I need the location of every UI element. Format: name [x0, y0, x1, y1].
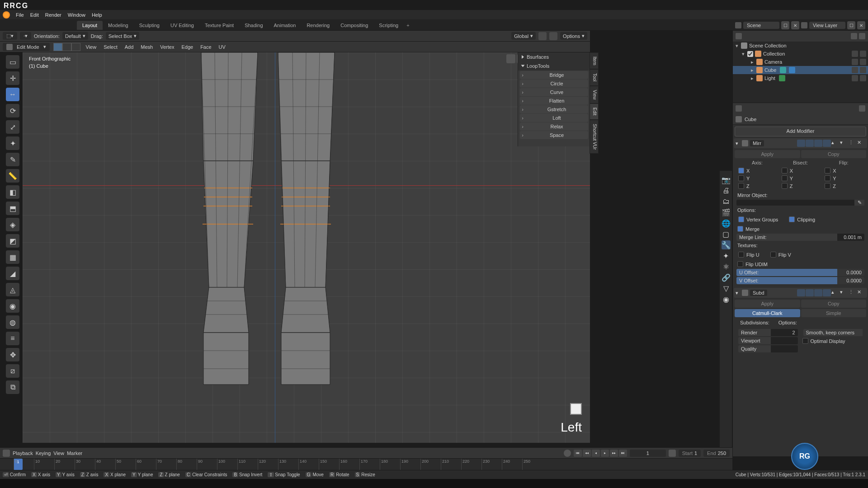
bevel-tool-icon[interactable]: ◩	[6, 234, 19, 248]
add-workspace-icon[interactable]: +	[404, 23, 412, 28]
outliner-cube[interactable]: ▸Cube	[733, 66, 868, 74]
bisect-y-check[interactable]	[782, 175, 788, 181]
looptools-loft[interactable]: ›Loft	[520, 114, 588, 122]
looptools-relax[interactable]: ›Relax	[520, 122, 588, 131]
scene-del-icon[interactable]: ✕	[791, 21, 799, 29]
add-modifier-button[interactable]: Add Modifier	[735, 127, 866, 136]
keyframe-next-icon[interactable]: ▸▸	[610, 450, 618, 457]
annotate-tool-icon[interactable]: ✎	[6, 153, 19, 166]
scene-name-field[interactable]: Scene	[743, 22, 779, 29]
clock-icon[interactable]	[669, 450, 676, 457]
bisect-x-check[interactable]	[782, 168, 788, 174]
subd-realtime-toggle-icon[interactable]	[814, 289, 822, 296]
merge-check[interactable]	[737, 226, 743, 232]
ptab-scene-icon[interactable]: 🎬	[722, 208, 731, 217]
mod-edit-toggle-icon[interactable]	[806, 140, 814, 147]
viewlayer-icon[interactable]	[801, 22, 807, 28]
ntab-view[interactable]: View	[590, 86, 599, 104]
ntab-item[interactable]: Item	[590, 52, 599, 69]
ptab-mesh-icon[interactable]: ▽	[722, 284, 731, 293]
viewport-level-field[interactable]	[771, 337, 798, 344]
outliner-camera[interactable]: ▸Camera	[733, 58, 868, 66]
modifier-name-field[interactable]: Mirr	[750, 140, 764, 146]
current-frame-field[interactable]: 1	[630, 450, 666, 457]
menu-add[interactable]: Add	[123, 44, 136, 50]
face-select-icon[interactable]	[71, 43, 80, 51]
spin-tool-icon[interactable]: ◉	[6, 299, 19, 313]
autokey-icon[interactable]	[564, 450, 571, 457]
ptab-viewlayer-icon[interactable]: 🗂	[722, 197, 731, 206]
select-box-tool-icon[interactable]: ▭	[6, 55, 19, 69]
modifier-mirror-header[interactable]: ▾ Mirr ▴ ▾ ⋮ ✕	[734, 138, 867, 148]
frame-start-field[interactable]: Start1	[679, 450, 701, 457]
tab-sculpting[interactable]: Sculpting	[134, 21, 165, 30]
jump-end-icon[interactable]: ⏭	[619, 450, 627, 457]
flip-z-check[interactable]	[825, 183, 830, 189]
shear-tool-icon[interactable]: ⧄	[6, 364, 19, 378]
vertex-select-icon[interactable]	[53, 43, 62, 51]
menu-render[interactable]: Render	[42, 12, 65, 18]
timeline-editor-icon[interactable]	[3, 450, 10, 457]
menu-select[interactable]: Select	[102, 44, 119, 50]
edge-slide-tool-icon[interactable]: ≡	[6, 332, 19, 345]
menu-vertex[interactable]: Vertex	[158, 44, 176, 50]
scene-icon[interactable]	[735, 22, 741, 28]
ptab-render-icon[interactable]: 📷	[722, 175, 731, 184]
subd-mesh-toggle-icon[interactable]	[797, 289, 805, 296]
extrude-tool-icon[interactable]: ⬒	[6, 202, 19, 215]
uoffset-field[interactable]: 0.0000	[837, 269, 864, 276]
ntab-shortcut[interactable]: Shortcut VUr	[590, 120, 599, 154]
subd-edit-toggle-icon[interactable]	[806, 289, 814, 296]
properties-breadcrumb[interactable]: Cube	[733, 114, 868, 125]
apply-button[interactable]: Apply	[735, 150, 800, 158]
flipu-check[interactable]	[738, 252, 744, 258]
menu-edge[interactable]: Edge	[179, 44, 195, 50]
menu-marker[interactable]: Marker	[67, 450, 82, 456]
flip-y-check[interactable]	[825, 175, 830, 181]
axis-z-check[interactable]	[738, 183, 744, 189]
ptab-material-icon[interactable]: ◉	[722, 295, 731, 304]
viewlayer-new-icon[interactable]: ☐	[847, 21, 855, 29]
subd-movedown-icon[interactable]: ▾	[840, 289, 848, 296]
timeline-scale[interactable]: 1 01020304050607080901001101201301401501…	[0, 459, 732, 470]
loop-cut-tool-icon[interactable]: ▦	[6, 250, 19, 264]
mod-movedown-icon[interactable]: ▾	[840, 140, 848, 147]
render-level-field[interactable]: 2	[771, 329, 798, 336]
tab-texturepaint[interactable]: Texture Paint	[199, 21, 239, 30]
mod-moveup-icon[interactable]: ▴	[831, 140, 840, 147]
options-dropdown[interactable]: Options▾	[560, 32, 587, 40]
simple-button[interactable]: Simple	[801, 309, 867, 317]
move-tool-icon[interactable]: ↔	[6, 88, 19, 101]
menu-playback[interactable]: Playback	[13, 450, 33, 456]
flip-x-check[interactable]	[825, 168, 830, 174]
menu-window[interactable]: Window	[65, 12, 89, 18]
mod-realtime-toggle-icon[interactable]	[814, 140, 822, 147]
menu-mesh[interactable]: Mesh	[139, 44, 155, 50]
prop-edit-icon[interactable]	[549, 32, 557, 40]
viewport-3d[interactable]: Front Orthographic (1) Cube Left	[23, 52, 590, 443]
looptools-space[interactable]: ›Space	[520, 131, 588, 139]
knife-tool-icon[interactable]: ◢	[6, 267, 19, 280]
timeline[interactable]: 1 01020304050607080901001101201301401501…	[0, 458, 732, 470]
edge-select-icon[interactable]	[62, 43, 71, 51]
tab-rendering[interactable]: Rendering	[301, 21, 335, 30]
outliner-editor-icon[interactable]	[736, 33, 742, 39]
play-rev-icon[interactable]: ◂	[592, 450, 600, 457]
properties-editor-icon[interactable]	[736, 105, 742, 112]
outliner-filter-icon[interactable]	[851, 33, 857, 39]
menu-file[interactable]: File	[13, 12, 27, 18]
mod-menu-icon[interactable]: ⋮	[849, 140, 857, 147]
uv-smooth-dropdown[interactable]: Smooth, keep corners	[803, 329, 863, 336]
menu-help[interactable]: Help	[89, 12, 105, 18]
subd-moveup-icon[interactable]: ▴	[831, 289, 840, 296]
smooth-tool-icon[interactable]: ◍	[6, 315, 19, 329]
axis-y-check[interactable]	[738, 175, 744, 181]
uoffset-label[interactable]: U Offset:	[736, 269, 837, 276]
subd-name-field[interactable]: Subd	[750, 290, 767, 296]
looptools-circle[interactable]: ›Circle	[520, 80, 588, 88]
ptab-output-icon[interactable]: 🖨	[722, 186, 731, 195]
quality-field[interactable]	[771, 345, 798, 352]
voffset-label[interactable]: V Offset:	[736, 277, 837, 284]
menu-face[interactable]: Face	[198, 44, 213, 50]
drag-dropdown[interactable]: Select Box▾	[106, 32, 140, 40]
